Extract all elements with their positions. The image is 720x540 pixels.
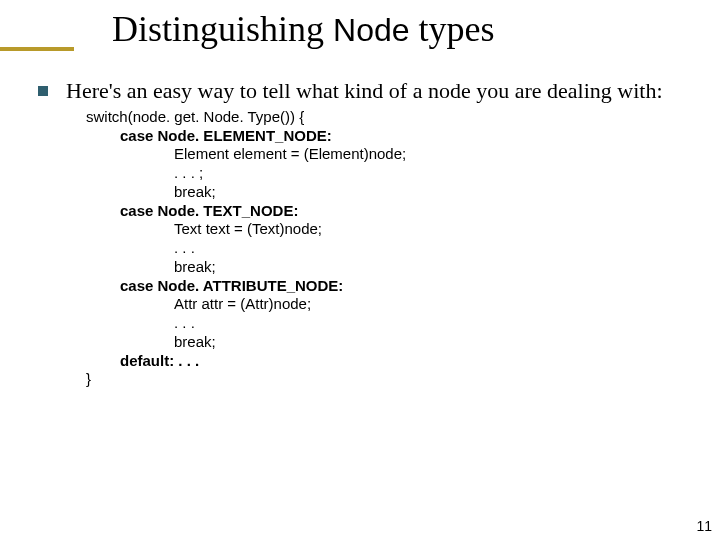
- code-line-c3b: . . .: [174, 314, 700, 333]
- code-line-c1b: . . . ;: [174, 164, 700, 183]
- code-line-case-attr: case Node. ATTRIBUTE_NODE:: [120, 277, 700, 296]
- square-bullet-icon: [38, 86, 48, 96]
- code-line-c2b: . . .: [174, 239, 700, 258]
- accent-line: [0, 47, 74, 51]
- content-area: Here's an easy way to tell what kind of …: [38, 78, 700, 389]
- code-line-switch: switch(node. get. Node. Type()) {: [86, 108, 700, 127]
- code-line-close-brace: }: [86, 370, 700, 389]
- code-line-c2a: Text text = (Text)node;: [174, 220, 700, 239]
- title-word-3: types: [419, 9, 495, 49]
- code-line-c2c: break;: [174, 258, 700, 277]
- code-block: switch(node. get. Node. Type()) { case N…: [86, 108, 700, 389]
- slide-title: Distinguishing Node types: [112, 8, 495, 50]
- code-line-c3a: Attr attr = (Attr)node;: [174, 295, 700, 314]
- slide-number: 11: [696, 518, 712, 534]
- title-word-2: Node: [333, 12, 410, 48]
- lead-text: Here's an easy way to tell what kind of …: [66, 78, 663, 104]
- title-word-1: Distinguishing: [112, 9, 324, 49]
- code-line-c1a: Element element = (Element)node;: [174, 145, 700, 164]
- code-line-case-element: case Node. ELEMENT_NODE:: [120, 127, 700, 146]
- code-line-default: default: . . .: [120, 352, 700, 371]
- code-line-c1c: break;: [174, 183, 700, 202]
- lead-row: Here's an easy way to tell what kind of …: [38, 78, 700, 104]
- code-line-c3c: break;: [174, 333, 700, 352]
- code-line-case-text: case Node. TEXT_NODE:: [120, 202, 700, 221]
